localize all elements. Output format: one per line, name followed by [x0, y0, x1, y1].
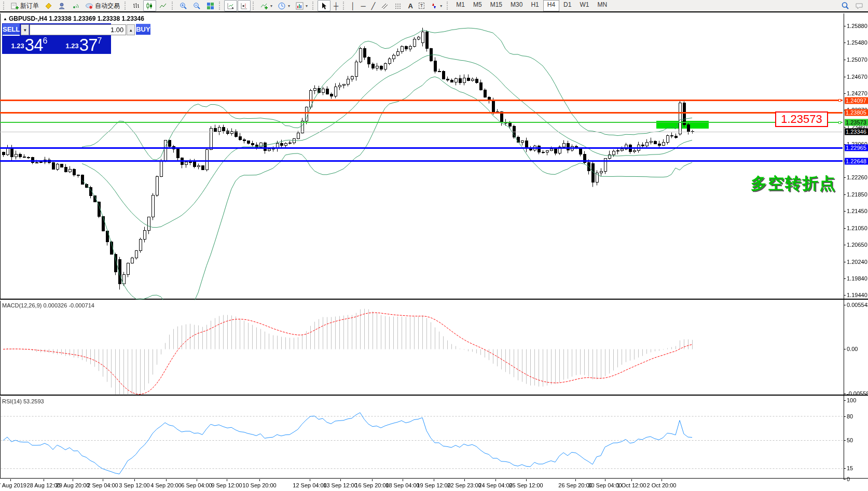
candlestick-chart-type-button[interactable] [143, 0, 156, 11]
timeframe-button-H4[interactable]: H4 [543, 0, 559, 11]
timeframe-button-M1[interactable]: M1 [452, 0, 469, 11]
new-order-button[interactable]: 新订单 [8, 0, 42, 11]
price-axis-line[interactable] [844, 13, 844, 479]
timeframe-button-M5[interactable]: M5 [469, 0, 486, 11]
auto-scroll-button[interactable] [224, 0, 237, 11]
timeframe-button-M30[interactable]: M30 [506, 0, 527, 11]
timeframe-group: M1M5M15M30H1H4D1W1MN [452, 0, 611, 11]
volume-increase-button[interactable]: ▴ [127, 24, 135, 35]
time-axis-label: 3 Sep 12:00 [119, 482, 149, 488]
cursor-icon [320, 2, 328, 10]
horizontal-line-object[interactable] [0, 160, 843, 162]
trendline-icon: ╱ [371, 3, 376, 9]
price-axis-tick [844, 245, 846, 245]
symbol-header: ▲GBPUSD-,H4 1.23338 1.23369 1.23338 1.23… [3, 15, 144, 22]
chart-shift-button[interactable] [238, 0, 251, 11]
horizontal-line-tool-button[interactable]: ─ [358, 0, 368, 11]
arrows-tool-button[interactable]: ▾ [428, 0, 445, 11]
sell-button[interactable]: SELL [3, 24, 20, 36]
indicators-button[interactable]: ▾ [258, 0, 275, 11]
channel-tool-button[interactable] [378, 0, 391, 11]
price-axis-tick [844, 211, 846, 212]
toolbar-grip[interactable] [312, 2, 315, 10]
macd-label: MACD(12,26,9) 0.000326 -0.000714 [2, 302, 94, 308]
timeframe-button-D1[interactable]: D1 [559, 0, 575, 11]
rsi-axis-tick [844, 468, 846, 469]
rsi-axis-tick-label: 0 [847, 476, 850, 482]
fibonacci-tool-button[interactable] [392, 0, 405, 11]
zoom-out-button[interactable] [190, 0, 203, 11]
label-tool-button[interactable]: T [416, 0, 428, 11]
horizontal-line-object[interactable] [0, 112, 843, 114]
current-price-line [0, 132, 843, 132]
collapse-arrow-icon[interactable]: ▲ [3, 17, 7, 21]
volume-input[interactable] [30, 24, 126, 35]
buy-button[interactable]: BUY [136, 24, 150, 36]
text-tool-button[interactable]: A [405, 0, 415, 11]
line-price-label: 1.22648 [845, 158, 868, 165]
time-axis-label: 2 Sep 04:00 [87, 482, 118, 488]
volume-decrease-button[interactable]: ▾ [21, 24, 29, 35]
sell-price-button[interactable]: 1.23346 [3, 36, 56, 53]
cursor-tool-button[interactable] [318, 0, 330, 11]
channel-icon [381, 2, 389, 10]
horizontal-line-object[interactable] [0, 122, 843, 123]
toolbar-grip[interactable] [172, 2, 175, 10]
periods-button[interactable]: ▾ [275, 0, 293, 11]
time-axis-tick [464, 479, 465, 481]
profile-button[interactable] [56, 0, 68, 11]
line-endpoint-marker[interactable] [838, 121, 841, 124]
line-endpoint-marker[interactable] [838, 99, 841, 102]
zoom-in-button[interactable] [177, 0, 190, 11]
ohlc-high: 1.23369 [73, 15, 95, 22]
fibonacci-icon [394, 2, 402, 10]
price-axis-tick [844, 26, 846, 26]
bookmark-button[interactable] [42, 0, 55, 11]
timeframe-button-H1[interactable]: H1 [527, 0, 543, 11]
price-axis-tick [844, 43, 846, 43]
timeframe-button-M15[interactable]: M15 [486, 0, 506, 11]
time-axis-tick [631, 479, 632, 481]
price-axis-tick [844, 177, 846, 178]
horizontal-line-object[interactable] [0, 100, 843, 101]
buy-price-pips: 37 [79, 38, 98, 52]
signal-button[interactable] [69, 0, 82, 11]
chart-canvas[interactable] [0, 0, 868, 491]
search-button[interactable] [838, 0, 852, 11]
chat-button[interactable] [852, 0, 866, 11]
timeframe-button-MN[interactable]: MN [593, 0, 611, 11]
price-axis-tick [844, 228, 846, 229]
crosshair-icon: ┼ [334, 3, 338, 9]
turning-point-annotation[interactable]: 多空转折点 [751, 173, 836, 194]
macd-axis-tick-label: 0.005543 [847, 302, 868, 308]
zoom-in-icon [180, 2, 187, 10]
timeframe-button-W1[interactable]: W1 [575, 0, 593, 11]
auto-trading-button[interactable]: 自动交易 [82, 0, 122, 11]
time-axis-tick [73, 479, 73, 481]
bar-chart-type-button[interactable] [130, 0, 143, 11]
toolbar-grip[interactable] [219, 2, 222, 10]
time-axis-tick [259, 479, 260, 481]
dropdown-caret-icon: ▾ [306, 4, 308, 8]
ohlc-low: 1.23338 [98, 15, 120, 22]
toolbar-grip[interactable] [3, 2, 6, 10]
buy-price-button[interactable]: 1.23377 [57, 36, 111, 53]
price-axis-tick-label: 1.19840 [847, 275, 867, 282]
crosshair-tool-button[interactable]: ┼ [331, 0, 341, 11]
price-tag-annotation[interactable]: 1.23573 [775, 111, 828, 127]
line-chart-type-button[interactable] [157, 0, 170, 11]
toolbar-grip[interactable] [125, 2, 128, 10]
label-tool-icon: T [419, 3, 425, 9]
trendline-tool-button[interactable]: ╱ [369, 0, 378, 11]
tile-windows-button[interactable] [204, 0, 217, 11]
rsi-axis-tick-label: 100 [847, 397, 856, 403]
templates-button[interactable]: ▾ [293, 0, 310, 11]
toolbar-grip[interactable] [343, 2, 346, 10]
horizontal-line-object[interactable] [0, 147, 843, 149]
vertical-line-tool-button[interactable]: │ [348, 0, 357, 11]
toolbar-grip[interactable] [253, 2, 256, 10]
toolbar-grip[interactable] [447, 2, 450, 10]
indicators-icon [260, 2, 268, 10]
time-axis-tick [227, 479, 227, 481]
time-axis-label: 12 Sep 04:00 [293, 482, 326, 488]
